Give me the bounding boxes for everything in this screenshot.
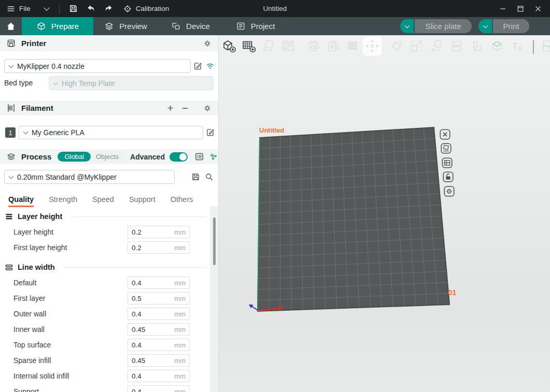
param-tab-speed[interactable]: Speed xyxy=(92,195,114,207)
printer-section-header: Printer xyxy=(0,35,218,51)
advanced-toggle[interactable] xyxy=(170,152,188,162)
calibration-label: Calibration xyxy=(136,5,170,12)
param-input[interactable]: 0.4mm xyxy=(128,385,190,392)
save-preset-icon[interactable] xyxy=(191,172,201,182)
viewport-3d[interactable]: OPTa Untitled 01 xyxy=(219,35,550,392)
maximize-button[interactable] xyxy=(512,0,529,17)
orient-plate-icon[interactable] xyxy=(441,143,452,154)
print-options-button[interactable] xyxy=(478,19,492,33)
panel-scrollbar[interactable] xyxy=(210,206,219,392)
scope-objects-button[interactable]: Objects xyxy=(91,153,124,161)
build-plate[interactable] xyxy=(219,35,550,392)
chevron-down-icon xyxy=(9,63,14,68)
bed-type-select[interactable]: High Temp Plate xyxy=(49,76,214,90)
param-unit: mm xyxy=(174,295,186,302)
param-label: Layer height xyxy=(13,228,53,236)
param-input[interactable]: 0.4mm xyxy=(128,308,190,320)
param-input[interactable]: 0.2mm xyxy=(128,226,190,238)
minimize-button[interactable] xyxy=(494,0,512,17)
parameter-table-icon[interactable] xyxy=(194,152,204,162)
printer-settings-gear-icon[interactable] xyxy=(203,39,212,48)
home-button[interactable] xyxy=(0,17,22,35)
plate-settings-icon[interactable] xyxy=(444,186,455,197)
compare-presets-icon[interactable] xyxy=(209,152,218,162)
redo-button[interactable] xyxy=(100,0,118,17)
auto-orient-icon[interactable] xyxy=(261,38,277,54)
save-button[interactable] xyxy=(65,0,82,17)
edit-printer-icon[interactable] xyxy=(193,61,203,71)
param-unit: mm xyxy=(174,388,186,392)
tab-label: Preview xyxy=(119,22,147,31)
add-plate-icon[interactable] xyxy=(241,38,257,54)
scale-icon[interactable] xyxy=(408,38,424,54)
titlebar: File Calibration Untitled xyxy=(0,0,550,17)
scope-global-button[interactable]: Global xyxy=(58,152,91,162)
param-unit: mm xyxy=(174,244,186,252)
seam-painting-icon[interactable] xyxy=(542,38,550,54)
scrollbar-thumb[interactable] xyxy=(213,217,216,265)
chevron-down-icon xyxy=(44,5,49,10)
move-icon[interactable] xyxy=(362,36,382,56)
arrange-icon[interactable] xyxy=(280,38,296,54)
remove-filament-button[interactable]: − xyxy=(182,103,188,113)
advanced-label: Advanced xyxy=(130,153,165,161)
param-input[interactable]: 0.45mm xyxy=(128,354,190,367)
add-filament-button[interactable]: + xyxy=(167,103,173,113)
slice-options-button[interactable] xyxy=(400,19,414,33)
file-menu-button[interactable]: File xyxy=(0,0,54,17)
filament-slot-badge: 1 xyxy=(5,127,16,138)
process-scope-toggle: Global Objects xyxy=(57,151,125,163)
undo-button[interactable] xyxy=(82,0,100,17)
param-tab-support[interactable]: Support xyxy=(129,195,156,207)
parameter-tabs: QualityStrengthSpeedSupportOthers xyxy=(0,190,207,207)
support-painting-icon[interactable] xyxy=(470,38,485,54)
param-input[interactable]: 0.4mm xyxy=(128,339,190,351)
chevron-down-icon xyxy=(483,23,488,28)
calibration-button[interactable]: Calibration xyxy=(118,0,175,17)
place-on-face-icon[interactable] xyxy=(429,38,444,54)
cut-icon[interactable] xyxy=(449,38,464,54)
window-title: Untitled xyxy=(263,0,287,17)
process-preset-select[interactable]: 0.20mm Standard @MyKlipper xyxy=(4,170,175,184)
wifi-connection-icon[interactable] xyxy=(205,61,215,71)
param-input[interactable]: 0.2mm xyxy=(128,241,190,254)
param-input[interactable]: 0.4mm xyxy=(128,370,190,382)
delete-plate-icon[interactable] xyxy=(440,129,450,140)
variable-layer-height-icon[interactable] xyxy=(345,38,360,54)
param-row: First layer height0.2mm xyxy=(0,240,207,255)
param-tab-others[interactable]: Others xyxy=(171,195,193,207)
param-input[interactable]: 0.5mm xyxy=(128,292,190,304)
param-value: 0.4 xyxy=(132,279,142,287)
plate-name-label[interactable]: Untitled xyxy=(259,126,284,134)
search-icon[interactable] xyxy=(204,172,214,182)
tab-preview[interactable]: Preview xyxy=(93,17,158,35)
print-button[interactable]: Print xyxy=(493,19,529,33)
lock-plate-icon[interactable] xyxy=(443,171,454,182)
add-object-icon[interactable] xyxy=(221,38,237,54)
arrange-plate-icon[interactable] xyxy=(442,157,453,168)
filament-preset-select[interactable]: My Generic PLA xyxy=(19,126,203,139)
close-button[interactable] xyxy=(529,0,547,17)
filament-settings-gear-icon[interactable] xyxy=(203,104,212,113)
param-input[interactable]: 0.4mm xyxy=(128,277,190,289)
tab-label: Device xyxy=(186,22,210,31)
edit-filament-icon[interactable] xyxy=(205,127,215,137)
param-tab-quality[interactable]: Quality xyxy=(8,195,34,207)
split-to-parts-icon[interactable]: P xyxy=(326,38,341,54)
tab-device[interactable]: Device xyxy=(158,17,223,35)
printer-preset-select[interactable]: MyKlipper 0.4 nozzle xyxy=(4,59,191,73)
tab-prepare[interactable]: Prepare xyxy=(22,17,93,35)
param-unit: mm xyxy=(174,357,186,365)
filament-section-header: Filament + − xyxy=(0,100,218,115)
param-input[interactable]: 0.45mm xyxy=(128,323,190,336)
split-to-objects-icon[interactable]: O xyxy=(306,38,321,54)
tab-project[interactable]: Project xyxy=(223,17,288,35)
mesh-boolean-icon[interactable] xyxy=(489,38,505,54)
text-shape-icon[interactable]: Ta xyxy=(510,38,525,54)
param-label: Sparse infill xyxy=(13,356,51,365)
rotate-icon[interactable] xyxy=(389,38,404,54)
param-label: Outer wall xyxy=(13,310,46,318)
param-tab-strength[interactable]: Strength xyxy=(49,195,77,207)
plate-number-label: 01 xyxy=(448,288,457,297)
slice-plate-button[interactable]: Slice plate xyxy=(415,19,472,33)
